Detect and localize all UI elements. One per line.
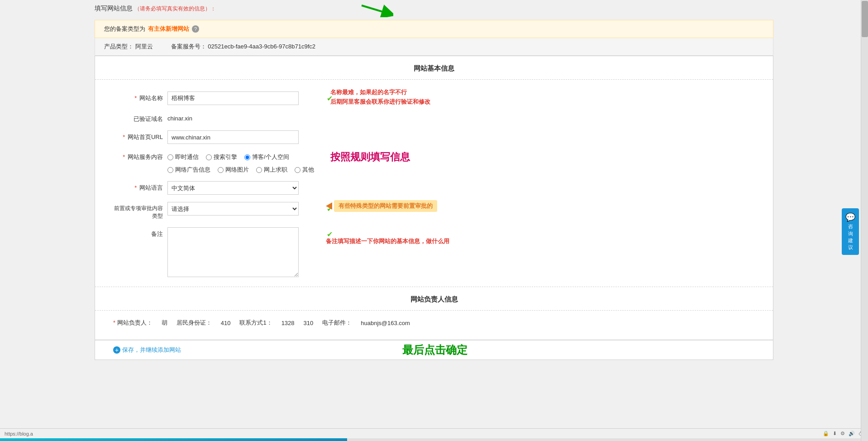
language-row: * 网站语言 中文简体 中文繁体 英文 其他 [95,177,773,198]
radio-image[interactable]: 网络图片 [218,166,249,174]
required-note: （请务必填写真实有效的信息）： [134,5,216,12]
radio-image-input[interactable] [218,167,224,173]
status-bar-icons: 🔒 ⬇ ⚙ 🔊 ⏱ [823,431,863,436]
pre-approval-label: 前置或专项审批内容类型 [113,202,167,220]
verified-domain-value: chinar.xin [167,112,192,122]
status-icon-3: ⚙ [840,431,845,436]
radio-job[interactable]: 网上求职 [256,166,287,174]
radio-other[interactable]: 其他 [295,166,314,174]
radio-ad-input[interactable] [167,167,173,173]
responsible-contact-suffix: 310 [304,320,314,326]
rule-tip: 按照规则填写信息 [330,150,410,164]
chat-line2: 询 [844,230,857,237]
language-field: 中文简体 中文繁体 英文 其他 [167,181,321,195]
website-name-label: * 网站名称 [113,91,167,102]
responsible-email-value: huabnjs@163.com [361,320,410,326]
radio-ad[interactable]: 网络广告信息 [167,166,210,174]
plus-icon: + [113,346,120,354]
scrollbar[interactable] [861,0,868,441]
filing-type-value: 有主体新增网站 [148,25,189,33]
homepage-url-label: * 网站首页URL [113,130,167,141]
green-arrow [357,1,393,17]
verified-domain-row: 已验证域名 chinar.xin [95,109,773,127]
final-tip: 最后点击确定 [402,343,467,357]
responsible-row: * 网站负责人： 胡 居民身份证： 410 联系方式1： 1328 310 电子… [95,315,773,331]
pre-approval-tip: 有些特殊类型的网站需要前置审批的 [326,200,437,212]
remark-textarea[interactable] [167,227,299,277]
pre-approval-row: 前置或专项审批内容类型 请选择 ✔ 有些特殊类型的网站需要前置审批的 [95,198,773,224]
service-content-radio-group-2: 网络广告信息 网络图片 网上求职 其他 [167,164,348,174]
responsible-section: 网站负责人信息 * 网站负责人： 胡 居民身份证： 410 联系方式1： 132… [95,287,773,331]
chat-line1: 咨 [844,223,857,230]
product-type-value: 阿里云 [135,43,153,50]
responsible-contact-label: 联系方式1： [239,319,272,327]
service-content-row: * 网站服务内容 即时通信 搜索引擎 博客/个人空间 [95,148,773,177]
status-icon-1: 🔒 [823,431,829,436]
radio-search-input[interactable] [206,154,212,160]
scrollbar-thumb[interactable] [862,1,868,37]
bottom-bar-progress [0,438,347,441]
help-icon[interactable]: ? [192,25,199,33]
status-icon-2: ⬇ [833,431,837,436]
status-bar: https://blog.a 🔒 ⬇ ⚙ 🔊 ⏱ [0,428,868,438]
save-label[interactable]: 保存，并继续添加网站 [122,346,181,354]
remark-row: 备注 ✔ 备注填写描述一下你网站的基本信息，做什么用 [95,224,773,282]
radio-instant-msg-input[interactable] [167,154,173,160]
status-url: https://blog.a [5,431,33,436]
responsible-id-value: 410 [221,320,231,326]
basic-info-title: 网站基本信息 [95,56,773,80]
footer-bar: + 保存，并继续添加网站 最后点击确定 [95,340,773,360]
filing-service-label: 备案服务号： [171,43,206,50]
website-name-input[interactable] [167,91,299,105]
pre-approval-field: 请选择 [167,202,321,216]
status-icon-4: 🔊 [849,431,855,436]
responsible-label: * 网站负责人： [113,319,153,327]
pre-approval-select[interactable]: 请选择 [167,202,299,216]
responsible-contact-value: 1328 [281,320,295,326]
homepage-url-row: * 网站首页URL [95,127,773,148]
responsible-title: 网站负责人信息 [95,287,773,311]
bottom-bar [0,438,868,441]
remark-label: 备注 [113,227,167,238]
radio-instant-msg[interactable]: 即时通信 [167,153,199,161]
filing-type-label: 您的备案类型为 [104,25,145,33]
name-tip: 名称最难，如果起的名字不行 后期阿里客服会联系你进行验证和修改 [330,88,430,107]
responsible-name: 胡 [162,319,167,327]
save-link[interactable]: + 保存，并继续添加网站 [113,346,181,354]
language-select[interactable]: 中文简体 中文繁体 英文 其他 [167,181,299,195]
chat-line4: 议 [844,244,857,251]
homepage-url-input[interactable] [167,130,299,144]
remark-field [167,227,321,278]
radio-search[interactable]: 搜索引擎 [206,153,237,161]
svg-line-1 [362,5,389,14]
radio-blog[interactable]: 博客/个人空间 [244,153,289,161]
page-title: 填写网站信息 [95,5,133,12]
product-info-bar: 产品类型： 阿里云 备案服务号： 02521ecb-fae9-4aa3-9cb6… [95,38,773,56]
website-name-row: * 网站名称 ✔ 名称最难，如果起的名字不行 后期阿里客服会联系你进行验证和修改 [95,88,773,109]
product-type-label: 产品类型： [104,43,134,50]
chat-widget[interactable]: 💬 咨 询 建 议 [842,208,859,255]
form-container: 网站基本信息 * 网站名称 ✔ 名称最难，如果起的名字不行 后期阿里客服会联系你… [95,56,773,340]
homepage-url-field [167,130,321,144]
responsible-id-label: 居民身份证： [176,319,212,327]
radio-blog-input[interactable] [244,154,250,160]
service-content-label: * 网站服务内容 [113,151,167,161]
service-content-radio-group: 即时通信 搜索引擎 博客/个人空间 [167,151,348,161]
info-banner: 您的备案类型为 有主体新增网站 ? [95,20,773,38]
responsible-email-label: 电子邮件： [322,319,352,327]
website-name-field [167,91,321,105]
remark-tip: 备注填写描述一下你网站的基本信息，做什么用 [326,237,449,245]
language-label: * 网站语言 [113,181,167,192]
verified-domain-label: 已验证域名 [113,112,167,123]
radio-other-input[interactable] [295,167,300,173]
radio-job-input[interactable] [256,167,262,173]
filing-service-value: 02521ecb-fae9-4aa3-9cb6-97c8b71c9fc2 [208,43,315,50]
chat-line3: 建 [844,237,857,244]
